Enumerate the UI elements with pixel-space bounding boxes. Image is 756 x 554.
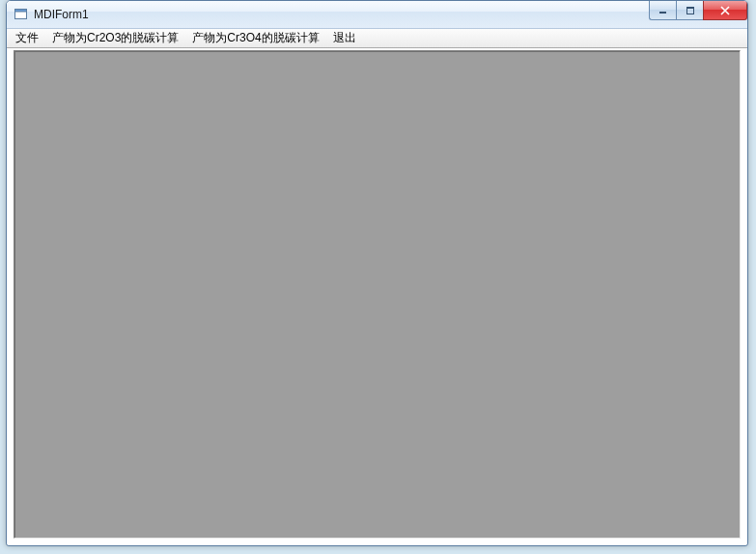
minimize-button[interactable]	[649, 1, 676, 20]
svg-rect-2	[659, 12, 666, 14]
maximize-button[interactable]	[676, 1, 703, 20]
menubar: 文件 产物为Cr2O3的脱碳计算 产物为Cr3O4的脱碳计算 退出	[7, 29, 747, 48]
titlebar[interactable]: MDIForm1	[7, 1, 747, 29]
mdi-client-area	[14, 50, 741, 539]
window-title: MDIForm1	[34, 1, 89, 29]
svg-rect-4	[686, 7, 694, 9]
menu-file[interactable]: 文件	[9, 29, 45, 47]
close-button[interactable]	[703, 1, 747, 20]
menu-cr3o4-calc[interactable]: 产物为Cr3O4的脱碳计算	[185, 29, 325, 47]
svg-rect-1	[15, 10, 27, 13]
menu-exit[interactable]: 退出	[326, 29, 363, 47]
window-controls	[649, 1, 747, 20]
mdi-parent-window: MDIForm1 文件 产物为Cr2O3的脱碳计算 产物为C	[6, 0, 748, 546]
app-icon	[14, 7, 29, 22]
menu-cr2o3-calc[interactable]: 产物为Cr2O3的脱碳计算	[45, 29, 185, 47]
